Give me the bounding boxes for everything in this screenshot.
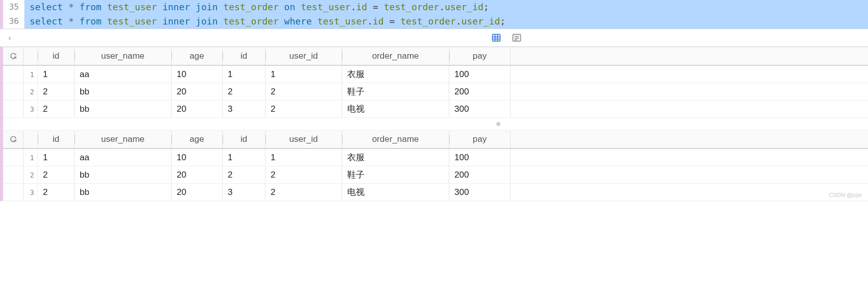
editor-line[interactable]: 35select * from test_user inner join tes… [3, 0, 868, 14]
table-row[interactable]: 22bb2022鞋子200 [3, 83, 868, 101]
cell-user_id[interactable]: 2 [266, 184, 342, 201]
column-header-age[interactable]: age [172, 131, 223, 148]
cell-id2[interactable]: 1 [223, 66, 266, 83]
code-content[interactable]: select * from test_user inner join test_… [25, 14, 868, 29]
table-row[interactable]: 32bb2032电视300 [3, 184, 868, 201]
cell-age[interactable]: 20 [172, 83, 223, 100]
table-row[interactable]: 11aa1011衣服100 [3, 66, 868, 83]
column-header-pay[interactable]: pay [449, 131, 511, 148]
cell-user_id[interactable]: 1 [266, 66, 342, 83]
refresh-icon[interactable] [3, 47, 23, 65]
column-header-id2[interactable]: id [223, 47, 266, 65]
cell-id[interactable]: 1 [38, 66, 75, 83]
row-number: 2 [23, 83, 38, 100]
sql-editor[interactable]: 35select * from test_user inner join tes… [0, 0, 868, 29]
column-header-id2[interactable]: id [223, 131, 266, 148]
column-header-pay[interactable]: pay [449, 47, 511, 65]
cell-id2[interactable]: 3 [223, 101, 266, 117]
row-number: 3 [23, 101, 38, 117]
column-header-user_name[interactable]: user_name [75, 47, 172, 65]
cell-pay[interactable]: 200 [449, 166, 511, 183]
cell-age[interactable]: 20 [172, 166, 223, 183]
text-view-icon[interactable] [510, 31, 524, 45]
cell-order_name[interactable]: 电视 [342, 101, 449, 117]
editor-line[interactable]: 36select * from test_user inner join tes… [3, 14, 868, 29]
column-header-id[interactable]: id [38, 47, 75, 65]
cell-order_name[interactable]: 电视 [342, 184, 449, 201]
cell-order_name[interactable]: 衣服 [342, 149, 449, 166]
column-header-user_id[interactable]: user_id [266, 131, 342, 148]
cell-id[interactable]: 2 [38, 166, 75, 183]
column-header-user_name[interactable]: user_name [75, 131, 172, 148]
result-grid: iduser_nameageiduser_idorder_namepay11aa… [3, 130, 868, 201]
table-row[interactable]: 22bb2022鞋子200 [3, 166, 868, 184]
row-number: 1 [23, 66, 38, 83]
cell-user_name[interactable]: aa [75, 149, 172, 166]
cell-age[interactable]: 20 [172, 184, 223, 201]
cell-pay[interactable]: 100 [449, 66, 511, 83]
cell-id[interactable]: 2 [38, 184, 75, 201]
column-header-age[interactable]: age [172, 47, 223, 65]
cell-user_id[interactable]: 1 [266, 149, 342, 166]
result-grid: iduser_nameageiduser_idorder_namepay11aa… [3, 47, 868, 118]
line-number: 36 [3, 14, 25, 29]
cell-id2[interactable]: 2 [223, 166, 266, 183]
column-header-order_name[interactable]: order_name [342, 131, 449, 148]
cell-pay[interactable]: 300 [449, 184, 511, 201]
cell-id2[interactable]: 2 [223, 83, 266, 100]
cell-id[interactable]: 2 [38, 101, 75, 117]
output-toolbar: › [0, 29, 868, 47]
cell-id2[interactable]: 3 [223, 184, 266, 201]
cell-user_name[interactable]: bb [75, 101, 172, 117]
table-row[interactable]: 11aa1011衣服100 [3, 149, 868, 166]
watermark: CSDN @jzjie [829, 192, 862, 198]
grid-separator[interactable] [3, 118, 868, 130]
breadcrumb-chevron-icon[interactable]: › [4, 33, 15, 43]
cell-id[interactable]: 2 [38, 83, 75, 100]
cell-age[interactable]: 10 [172, 66, 223, 83]
table-view-icon[interactable] [489, 31, 503, 45]
cell-order_name[interactable]: 衣服 [342, 66, 449, 83]
line-number: 35 [3, 0, 25, 14]
grid-header: iduser_nameageiduser_idorder_namepay [3, 131, 868, 149]
cell-age[interactable]: 10 [172, 149, 223, 166]
cell-order_name[interactable]: 鞋子 [342, 166, 449, 183]
column-header-user_id[interactable]: user_id [266, 47, 342, 65]
code-content[interactable]: select * from test_user inner join test_… [25, 0, 868, 14]
refresh-icon[interactable] [3, 131, 23, 148]
cell-age[interactable]: 20 [172, 101, 223, 117]
row-number: 1 [23, 149, 38, 166]
column-header-id[interactable]: id [38, 131, 75, 148]
cell-pay[interactable]: 100 [449, 149, 511, 166]
table-row[interactable]: 32bb2032电视300 [3, 101, 868, 118]
cell-id2[interactable]: 1 [223, 149, 266, 166]
cell-order_name[interactable]: 鞋子 [342, 83, 449, 100]
cell-user_id[interactable]: 2 [266, 166, 342, 183]
cell-pay[interactable]: 200 [449, 83, 511, 100]
cell-user_name[interactable]: bb [75, 166, 172, 183]
cell-pay[interactable]: 300 [449, 101, 511, 117]
row-number: 3 [23, 184, 38, 201]
cell-id[interactable]: 1 [38, 149, 75, 166]
cell-user_name[interactable]: bb [75, 83, 172, 100]
cell-user_name[interactable]: aa [75, 66, 172, 83]
cell-user_id[interactable]: 2 [266, 101, 342, 117]
cell-user_id[interactable]: 2 [266, 83, 342, 100]
grid-header: iduser_nameageiduser_idorder_namepay [3, 47, 868, 66]
cell-user_name[interactable]: bb [75, 184, 172, 201]
column-header-order_name[interactable]: order_name [342, 47, 449, 65]
row-number: 2 [23, 166, 38, 183]
svg-rect-0 [493, 34, 500, 41]
